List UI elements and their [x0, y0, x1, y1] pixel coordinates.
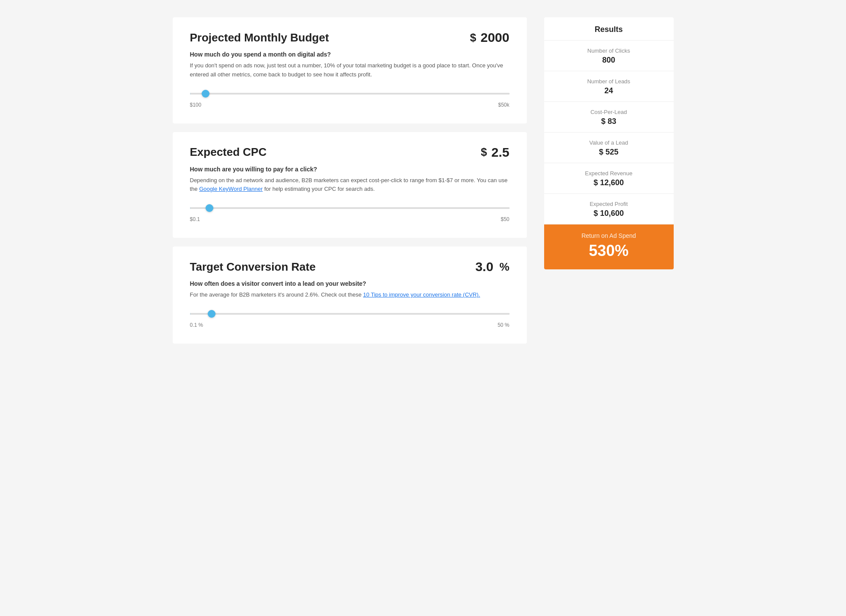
results-label-cpl: Cost-Per-Lead	[553, 109, 665, 115]
results-value-revenue: $ 12,600	[553, 178, 665, 187]
cvr-section: Target Conversion Rate 3.0 % How often d…	[173, 246, 527, 344]
cpc-header: Expected CPC $ 2.5	[190, 145, 510, 160]
results-value-profit: $ 10,600	[553, 209, 665, 218]
results-panel: Results Number of Clicks 800 Number of L…	[544, 17, 674, 352]
cvr-slider-labels: 0.1 % 50 %	[190, 322, 510, 328]
budget-value-display: $ 2000	[470, 30, 509, 45]
results-value-clicks: 800	[553, 56, 665, 65]
roas-block: Return on Ad Spend 530%	[544, 224, 674, 269]
results-row-clicks: Number of Clicks 800	[544, 41, 674, 71]
results-label-profit: Expected Profit	[553, 201, 665, 207]
cpc-link[interactable]: Google KeyWord Planner	[199, 186, 263, 192]
results-row-leads: Number of Leads 24	[544, 71, 674, 102]
budget-subtitle: How much do you spend a month on digital…	[190, 51, 510, 58]
cpc-title: Expected CPC	[190, 145, 267, 159]
cvr-max-label: 50 %	[497, 322, 509, 328]
cpc-value-display: $ 2.5	[481, 145, 509, 160]
results-row-cpl: Cost-Per-Lead $ 83	[544, 102, 674, 133]
budget-slider-labels: $100 $50k	[190, 102, 510, 108]
results-label-clicks: Number of Clicks	[553, 47, 665, 54]
cvr-value-display: 3.0 %	[475, 259, 510, 274]
budget-min-label: $100	[190, 102, 202, 108]
cvr-number: 3.0	[475, 259, 494, 274]
cvr-subtitle: How often does a visitor convert into a …	[190, 280, 510, 287]
cpc-dollar: $	[481, 145, 487, 159]
budget-number: 2000	[481, 30, 510, 45]
main-panel: Projected Monthly Budget $ 2000 How much…	[173, 17, 527, 352]
budget-description: If you don't spend on ads now, just test…	[190, 61, 510, 79]
results-row-revenue: Expected Revenue $ 12,600	[544, 163, 674, 194]
budget-header: Projected Monthly Budget $ 2000	[190, 30, 510, 45]
results-value-leads: 24	[553, 86, 665, 95]
cpc-min-label: $0.1	[190, 216, 200, 222]
roas-label: Return on Ad Spend	[553, 232, 665, 239]
budget-max-label: $50k	[498, 102, 509, 108]
cpc-section: Expected CPC $ 2.5 How much are you will…	[173, 132, 527, 238]
cvr-unit: %	[499, 260, 509, 274]
cpc-subtitle: How much are you willing to pay for a cl…	[190, 166, 510, 173]
cvr-description: For the average for B2B marketers it's a…	[190, 291, 510, 300]
cvr-title: Target Conversion Rate	[190, 260, 316, 274]
budget-slider-wrap	[190, 90, 510, 98]
cvr-slider[interactable]	[190, 313, 510, 315]
cpc-number: 2.5	[491, 145, 510, 160]
results-value-cpl: $ 83	[553, 117, 665, 126]
cvr-slider-wrap	[190, 310, 510, 318]
results-label-leads: Number of Leads	[553, 78, 665, 85]
results-header: Results	[544, 17, 674, 41]
cvr-min-label: 0.1 %	[190, 322, 203, 328]
results-row-vol: Value of a Lead $ 525	[544, 133, 674, 163]
roas-value: 530%	[553, 242, 665, 260]
cvr-link[interactable]: 10 Tips to improve your conversion rate …	[363, 291, 480, 298]
cpc-slider-labels: $0.1 $50	[190, 216, 510, 222]
cpc-slider-wrap	[190, 204, 510, 212]
cpc-max-label: $50	[501, 216, 509, 222]
cpc-description: Depending on the ad network and audience…	[190, 176, 510, 194]
results-row-profit: Expected Profit $ 10,600	[544, 194, 674, 224]
results-value-vol: $ 525	[553, 148, 665, 157]
budget-section: Projected Monthly Budget $ 2000 How much…	[173, 17, 527, 123]
budget-slider[interactable]	[190, 93, 510, 95]
cvr-header: Target Conversion Rate 3.0 %	[190, 259, 510, 274]
budget-dollar: $	[470, 31, 476, 44]
results-card: Results Number of Clicks 800 Number of L…	[544, 17, 674, 269]
results-label-vol: Value of a Lead	[553, 139, 665, 146]
results-label-revenue: Expected Revenue	[553, 170, 665, 177]
budget-title: Projected Monthly Budget	[190, 31, 329, 44]
cpc-slider[interactable]	[190, 207, 510, 209]
